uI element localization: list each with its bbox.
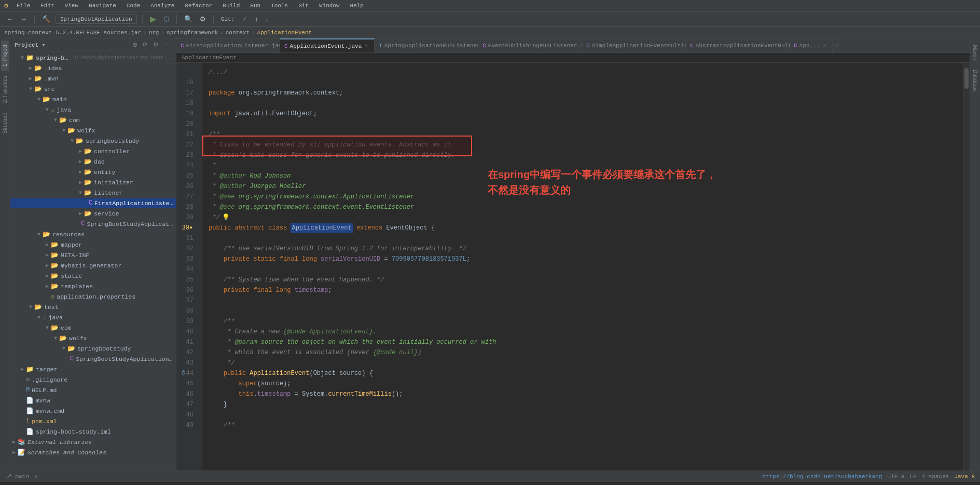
tree-static[interactable]: ▶ 📂 static [10, 271, 176, 281]
tree-springbootstudy-test[interactable]: ▼ 📂 springbootstudy [10, 343, 176, 354]
back-button[interactable]: ← [4, 14, 15, 24]
tree-meta-inf[interactable]: ▶ 📂 META-INF [10, 250, 176, 260]
tab-app[interactable]: C App... × [790, 38, 833, 52]
close-app-event-tab[interactable]: × [364, 43, 369, 49]
tree-scratches[interactable]: ▶ 📝 Scratches and Consoles [10, 447, 176, 457]
tree-src[interactable]: ▼ 📂 src [10, 84, 176, 94]
menu-build[interactable]: Build [220, 2, 242, 10]
line-num-40: 40 [181, 327, 198, 337]
close-tab-6[interactable]: × [835, 43, 840, 49]
tree-springboot-app[interactable]: C SpringBootStudyApplication [10, 219, 176, 229]
tab-event-publishing[interactable]: C EventPublishingRunListener.java × [478, 38, 582, 52]
git-checkmark[interactable]: ✓ [240, 14, 250, 24]
project-tool-button[interactable]: 1: Project [1, 41, 9, 71]
menu-view[interactable]: View [63, 2, 80, 10]
menu-help[interactable]: Help [348, 2, 366, 10]
tree-main[interactable]: ▼ 📂 main [10, 94, 176, 104]
editor-scrollbar[interactable] [963, 63, 970, 470]
tree-idea[interactable]: ▶ 📂 .idea [10, 63, 176, 73]
breadcrumb-springframework[interactable]: springframework [167, 30, 218, 36]
menu-window[interactable]: Window [317, 2, 342, 10]
tab-simple-multicaster[interactable]: C SimpleApplicationEventMulticaster.java… [582, 38, 686, 52]
git-update[interactable]: ↑ [253, 14, 260, 24]
project-dropdown[interactable]: SpringBootApplication [56, 15, 137, 24]
tab-spring-app-run-listener[interactable]: I SpringApplicationRunListener.java × [375, 38, 478, 52]
tree-gitignore[interactable]: ⊙ .gitignore [10, 374, 176, 385]
project-panel-header: Project ▾ ⊕ ⟳ ⚙ — [10, 38, 176, 51]
status-java: Java 8 [954, 474, 975, 480]
tree-root[interactable]: ▼ 📁 spring-boot-study D:\MyStudyProject\… [10, 52, 176, 63]
tree-springboot-app-test[interactable]: C SpringBootStudyApplicationTe... [10, 354, 176, 364]
tree-first-app-listener[interactable]: C FirstApplicationListener [10, 198, 176, 208]
tree-mapper[interactable]: ▶ 📂 mapper [10, 239, 176, 250]
git-push[interactable]: ↓ [264, 14, 271, 24]
tab-first-app-listener[interactable]: C FirstApplicationListener.java × [176, 38, 280, 52]
status-link-label: https://blog.csdn.net/suchahaerkang [762, 474, 882, 480]
menu-tools[interactable]: Tools [269, 2, 290, 10]
tree-target[interactable]: ▶ 📁 target [10, 364, 176, 374]
tree-com-test[interactable]: ▼ 📂 com [10, 322, 176, 333]
menu-analyze[interactable]: Analyze [148, 2, 176, 10]
search-button[interactable]: 🔍 [182, 14, 195, 24]
breadcrumb-jar[interactable]: spring-context-5.2.4.RELEASE-sources.jar [4, 30, 141, 36]
panel-settings[interactable]: ⚙ [151, 41, 160, 49]
panel-sync[interactable]: ⟳ [141, 41, 149, 49]
code-line-44: public ApplicationEvent(Object source) { [209, 368, 963, 379]
tree-mvnw[interactable]: 📄 mvnw [10, 395, 176, 406]
debug-button[interactable]: ⬡ [161, 14, 171, 24]
tab-application-event[interactable]: C ApplicationEvent.java × [280, 38, 375, 52]
tree-controller[interactable]: ▶ 📂 controller [10, 146, 176, 156]
tree-initializer[interactable]: ▶ 📂 initializer [10, 177, 176, 187]
tree-springbootstudy[interactable]: ▼ 📂 springbootstudy [10, 136, 176, 146]
tree-wolfx-test[interactable]: ▼ 📂 wolfx [10, 333, 176, 343]
tree-listener[interactable]: ▼ 📂 listener [10, 187, 176, 198]
tab-abstract-multicaster[interactable]: C AbstractApplicationEventMulticaster.ja… [686, 38, 790, 52]
tree-resources[interactable]: ▼ 📂 resources [10, 229, 176, 239]
tree-com[interactable]: ▼ 📂 com [10, 115, 176, 125]
breadcrumb-class[interactable]: ApplicationEvent [257, 30, 312, 36]
settings-button[interactable]: ⚙ [198, 14, 208, 24]
tree-iml[interactable]: 📄 spring-boot-study.iml [10, 426, 176, 437]
file-tree: ▼ 📁 spring-boot-study D:\MyStudyProject\… [10, 51, 176, 470]
menu-refactor[interactable]: Refactor [183, 2, 214, 10]
database-tool-button[interactable]: Database [971, 65, 979, 96]
run-button[interactable]: ▶ [148, 13, 158, 25]
menu-file[interactable]: File [15, 2, 32, 10]
favorites-tool-button[interactable]: 2: Favorites [1, 72, 9, 107]
line-num-26: 26 [181, 181, 198, 192]
code-view[interactable]: 16 17 18 19 20 21 22 23 24 25 26 27 28 2… [176, 63, 970, 470]
tree-help-md[interactable]: M HELP.md [10, 385, 176, 395]
maven-tool-button[interactable]: Maven [971, 41, 979, 64]
tree-mvnw-cmd[interactable]: 📄 mvnw.cmd [10, 406, 176, 416]
menu-edit[interactable]: Edit [38, 2, 56, 10]
panel-collapse[interactable]: — [162, 41, 172, 49]
forward-button[interactable]: → [18, 14, 29, 24]
panel-add[interactable]: ⊕ [131, 41, 139, 49]
menu-code[interactable]: Code [125, 2, 142, 10]
tree-dao[interactable]: ▶ 📂 dao [10, 156, 176, 167]
tree-java-test[interactable]: ▼ ☕ java [10, 312, 176, 322]
line-num-43: 43 [181, 358, 198, 368]
tree-templates[interactable]: ▶ 📂 templates [10, 281, 176, 291]
breadcrumb-org[interactable]: org [149, 30, 159, 36]
breadcrumb-context[interactable]: context [226, 30, 250, 36]
menu-git[interactable]: Git [296, 2, 311, 10]
close-tab-7[interactable]: × [822, 43, 827, 49]
code-content[interactable]: 在spring中编写一个事件必须要继承这个首先了， 不然是没有意义的 /.../… [202, 63, 963, 470]
code-line-31 [209, 233, 963, 244]
code-line-40: * Create a new {@code ApplicationEvent}. [209, 327, 963, 337]
tree-mybatis[interactable]: ▶ 📂 mybatis-generator [10, 260, 176, 271]
tree-service[interactable]: ▶ 📂 service [10, 208, 176, 219]
tree-entity[interactable]: ▶ 📂 entity [10, 167, 176, 177]
tree-external-libs[interactable]: ▶ 📚 External Libraries [10, 437, 176, 447]
tree-wolfx[interactable]: ▼ 📂 wolfx [10, 125, 176, 136]
tree-mvn[interactable]: ▶ 📂 .mvn [10, 73, 176, 84]
tree-test[interactable]: ▼ 📂 test [10, 302, 176, 312]
tree-application-props[interactable]: ⚙ application.properties [10, 291, 176, 302]
tree-java-main[interactable]: ▼ ☕ java [10, 104, 176, 115]
menu-navigate[interactable]: Navigate [87, 2, 118, 10]
tree-pom-xml[interactable]: ! pom.xml [10, 416, 176, 426]
structure-tool-button[interactable]: Structure [1, 109, 9, 138]
menu-run[interactable]: Run [248, 2, 263, 10]
build-button[interactable]: 🔨 [40, 14, 52, 24]
